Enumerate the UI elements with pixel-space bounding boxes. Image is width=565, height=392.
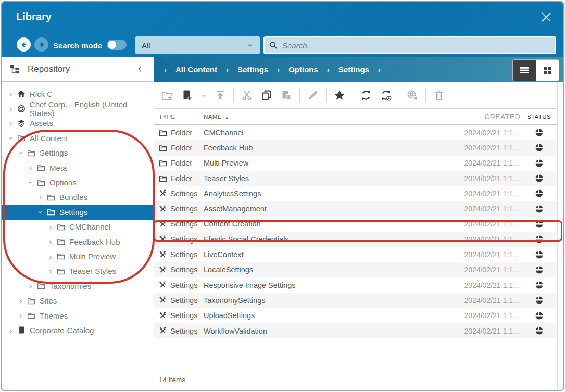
- forward-button[interactable]: [34, 37, 48, 52]
- tree-item-sites[interactable]: ›Sites: [2, 293, 153, 308]
- table-row-analyticssettings[interactable]: SettingsAnalyticsSettings2024/02/21 1:1…: [154, 186, 558, 201]
- expander-closed-icon[interactable]: ›: [28, 163, 34, 172]
- content-type-filter-dropdown[interactable]: All: [135, 36, 260, 54]
- new-content-dropdown-button[interactable]: [198, 85, 209, 106]
- expander-closed-icon[interactable]: ›: [37, 193, 44, 201]
- tree-item-feedback-hub[interactable]: ›Feedback Hub: [2, 234, 153, 249]
- name-cell: WorkflowValidation: [204, 327, 462, 335]
- expander-closed-icon[interactable]: ›: [28, 282, 34, 290]
- table-row-uploadsettings[interactable]: SettingsUploadSettings2024/02/21 1:1…: [154, 308, 558, 323]
- expander-closed-icon[interactable]: ›: [47, 222, 54, 231]
- tree-item-taxonomies[interactable]: ›Taxonomies: [2, 279, 153, 293]
- expander-closed-icon[interactable]: ›: [18, 296, 24, 305]
- expander-open-icon[interactable]: ›: [36, 209, 45, 215]
- search-mode-toggle[interactable]: [107, 40, 127, 50]
- tree-item-settings[interactable]: ›Settings: [2, 146, 153, 160]
- breadcrumb-item-settings[interactable]: Settings: [338, 65, 369, 74]
- expander-closed-icon[interactable]: ›: [8, 90, 14, 98]
- upload-icon: [214, 89, 227, 102]
- search-input[interactable]: [281, 41, 550, 50]
- folder-icon: [37, 282, 45, 290]
- table-row-localesettings[interactable]: SettingsLocaleSettings2024/02/21 1:1…: [154, 262, 558, 277]
- status-cell: [520, 159, 558, 167]
- tree-item-settings[interactable]: ›Settings: [2, 205, 153, 219]
- tree-item-cmchannel[interactable]: ›CMChannel: [2, 220, 153, 234]
- tree-item-rick-c[interactable]: ›Rick C: [2, 86, 153, 101]
- type-label: Folder: [171, 144, 192, 152]
- list-view-button[interactable]: [513, 60, 536, 81]
- tree-item-chef-corp-english-united-states-[interactable]: ›Chef Corp. - English (United States): [2, 101, 153, 116]
- table-row-content-creation[interactable]: SettingsContent Creation2024/02/21 1:1…: [154, 217, 558, 232]
- tree-item-themes[interactable]: ›Themes: [2, 308, 153, 323]
- table-row-teaser-styles[interactable]: FolderTeaser Styles2024/02/21 1:1…: [154, 171, 558, 186]
- toolbar-divider: [299, 88, 300, 103]
- new-content-button[interactable]: [178, 85, 196, 106]
- created-cell: 2024/02/21 1:1…: [462, 327, 520, 335]
- tree-item-all-content[interactable]: ›All Content: [2, 131, 153, 145]
- breadcrumb-item-options[interactable]: Options: [288, 65, 318, 74]
- expander-closed-icon[interactable]: ›: [8, 104, 14, 113]
- library-window: Library Search mode All: [1, 1, 564, 391]
- grid-view-button[interactable]: [536, 60, 559, 81]
- expander-open-icon[interactable]: ›: [17, 150, 26, 156]
- status-published-icon: [535, 144, 543, 151]
- edit-icon: [307, 89, 319, 102]
- table-row-cmchannel[interactable]: FolderCMChannel2024/02/21 1:1…: [154, 125, 558, 140]
- tree-item-meta[interactable]: ›Meta: [2, 160, 153, 175]
- tree-item-bundles[interactable]: ›Bundles: [2, 190, 153, 205]
- status-published-icon: [535, 189, 543, 197]
- type-cell: Settings: [159, 327, 204, 335]
- status-published-icon: [535, 174, 543, 182]
- table-row-workflowvalidation[interactable]: SettingsWorkflowValidation2024/02/21 1:1…: [154, 323, 558, 338]
- publish-button[interactable]: [357, 85, 375, 106]
- expander-open-icon[interactable]: ›: [27, 180, 35, 186]
- breadcrumb-item-all-content[interactable]: All Content: [175, 65, 217, 74]
- folder-icon: [27, 311, 35, 320]
- column-header-type[interactable]: TYPE: [159, 113, 204, 120]
- publish-all-button[interactable]: [377, 85, 395, 106]
- tree-item-assets[interactable]: ›Assets: [2, 116, 153, 131]
- column-header-name[interactable]: NAME▲: [204, 113, 462, 120]
- status-published-icon: [535, 129, 543, 136]
- table-row-multi-preview[interactable]: FolderMulti Preview2024/02/21 1:1…: [154, 156, 558, 171]
- status-cell: [520, 327, 558, 335]
- breadcrumb-item-settings[interactable]: Settings: [237, 65, 268, 74]
- expander-closed-icon[interactable]: ›: [47, 267, 54, 275]
- new-folder-button: [158, 85, 176, 106]
- search-box[interactable]: [263, 36, 556, 54]
- table-row-livecontext[interactable]: SettingsLiveContext2024/02/21 1:1…: [154, 247, 558, 262]
- table-row-assetmanagement[interactable]: SettingsAssetManagement2024/02/21 1:1…: [154, 201, 558, 216]
- expander-closed-icon[interactable]: ›: [8, 326, 14, 335]
- table-row-elastic-social-credentials[interactable]: SettingsElastic Social Credentials2024/0…: [154, 232, 558, 247]
- tree-item-teaser-styles[interactable]: ›Teaser Styles: [2, 264, 153, 279]
- vertical-scrollbar[interactable]: [557, 82, 563, 390]
- expander-open-icon[interactable]: ›: [7, 135, 16, 141]
- tree-item-multi-preview[interactable]: ›Multi Preview: [2, 249, 153, 263]
- column-header-created[interactable]: CREATED: [462, 112, 520, 121]
- folder-icon: [57, 223, 65, 231]
- type-label: Settings: [170, 265, 197, 274]
- tree-item-label: Settings: [59, 208, 87, 217]
- tree-item-corporate-catalog[interactable]: ›Corporate-Catalog: [2, 323, 153, 337]
- copy-button[interactable]: [258, 85, 275, 106]
- table-row-responsive-image-settings[interactable]: SettingsResponsive Image Settings2024/02…: [154, 277, 558, 293]
- bookmark-button[interactable]: [331, 85, 348, 106]
- expander-closed-icon[interactable]: ›: [47, 252, 54, 261]
- table-row-taxonomysettings[interactable]: SettingsTaxonomySettings2024/02/21 1:1…: [154, 293, 558, 308]
- name-cell: CMChannel: [204, 129, 462, 137]
- settings-icon: [159, 189, 167, 197]
- back-button[interactable]: [17, 37, 31, 52]
- name-cell: LocaleSettings: [204, 265, 462, 274]
- column-header-status[interactable]: STATUS: [520, 113, 558, 120]
- table-row-feedback-hub[interactable]: FolderFeedback Hub2024/02/21 1:1…: [154, 140, 558, 155]
- close-icon[interactable]: [537, 8, 555, 26]
- tree-item-options[interactable]: ›Options: [2, 175, 153, 189]
- search-mode-label: Search mode: [53, 41, 102, 50]
- collapse-sidebar-icon[interactable]: [136, 65, 144, 73]
- name-cell: UploadSettings: [204, 311, 462, 320]
- created-cell: 2024/02/21 1:1…: [462, 159, 520, 167]
- expander-closed-icon[interactable]: ›: [47, 237, 54, 246]
- expander-closed-icon[interactable]: ›: [8, 119, 14, 128]
- expander-closed-icon[interactable]: ›: [18, 311, 24, 320]
- created-cell: 2024/02/21 1:1…: [462, 205, 520, 213]
